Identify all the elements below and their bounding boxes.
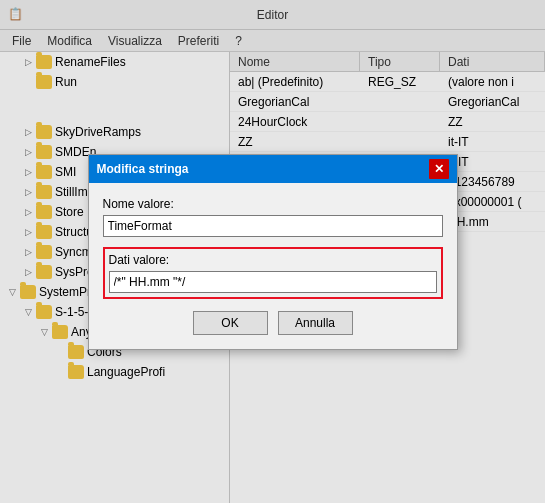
dialog-data-box: Dati valore: <box>103 247 443 299</box>
dialog-data-input[interactable] <box>109 271 437 293</box>
dialog-title-text: Modifica stringa <box>97 162 189 176</box>
dialog-name-label: Nome valore: <box>103 197 443 211</box>
dialog-name-input[interactable] <box>103 215 443 237</box>
dialog-title-bar: Modifica stringa ✕ <box>89 155 457 183</box>
dialog-data-label: Dati valore: <box>109 253 437 267</box>
dialog-ok-button[interactable]: OK <box>193 311 268 335</box>
dialog-cancel-button[interactable]: Annulla <box>278 311 353 335</box>
dialog-modifica-stringa: Modifica stringa ✕ Nome valore: Dati val… <box>88 154 458 350</box>
modal-overlay: Modifica stringa ✕ Nome valore: Dati val… <box>0 0 545 503</box>
dialog-body: Nome valore: Dati valore: OK Annulla <box>89 183 457 349</box>
dialog-close-button[interactable]: ✕ <box>429 159 449 179</box>
dialog-buttons: OK Annulla <box>103 311 443 335</box>
